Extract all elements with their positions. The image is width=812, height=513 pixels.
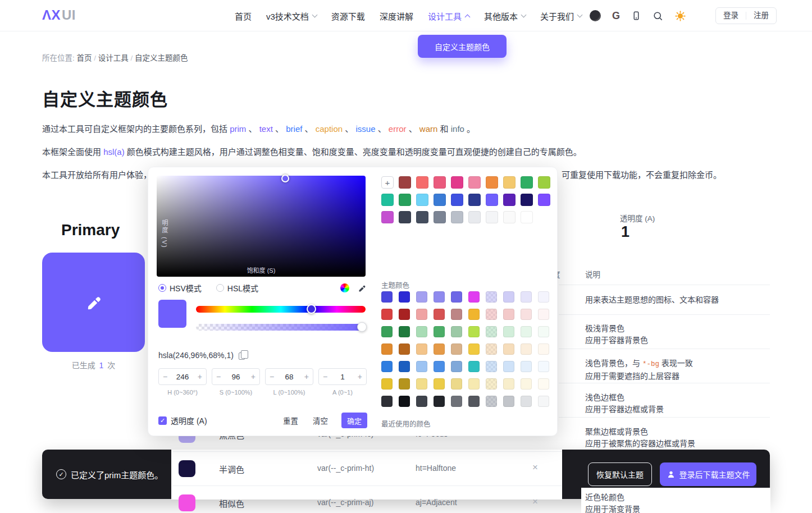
theme-color-swatch[interactable]: [503, 309, 514, 320]
color-swatch[interactable]: [434, 176, 446, 189]
theme-color-swatch[interactable]: [521, 309, 532, 320]
color-swatch[interactable]: [416, 176, 428, 189]
color-swatch[interactable]: [434, 211, 446, 223]
theme-color-swatch[interactable]: [399, 361, 410, 372]
color-swatch[interactable]: [399, 211, 411, 223]
theme-color-swatch[interactable]: [381, 309, 393, 320]
theme-color-swatch[interactable]: [503, 378, 514, 390]
remove-row-button[interactable]: ×: [532, 496, 538, 507]
theme-color-swatch[interactable]: [416, 326, 427, 337]
decrement-button[interactable]: −: [270, 372, 274, 381]
color-swatch[interactable]: [381, 194, 394, 206]
theme-color-swatch[interactable]: [451, 309, 462, 320]
theme-color-swatch[interactable]: [434, 309, 445, 320]
theme-color-swatch[interactable]: [521, 326, 532, 337]
breadcrumb-item[interactable]: 设计工具: [98, 54, 129, 62]
theme-color-swatch[interactable]: [486, 361, 497, 372]
color-swatch[interactable]: [399, 176, 411, 189]
alpha-slider[interactable]: [196, 324, 366, 331]
color-swatch[interactable]: [503, 211, 516, 223]
color-swatch[interactable]: [486, 176, 498, 189]
increment-button[interactable]: +: [198, 372, 202, 381]
theme-color-swatch[interactable]: [521, 361, 532, 372]
theme-color-swatch[interactable]: [521, 378, 532, 390]
theme-color-swatch[interactable]: [381, 326, 393, 337]
theme-color-swatch[interactable]: [451, 326, 462, 337]
color-swatch[interactable]: [416, 194, 428, 206]
nav-v3-docs[interactable]: v3技术文档: [266, 10, 317, 22]
hue-handle[interactable]: [307, 304, 316, 314]
theme-color-swatch[interactable]: [399, 343, 410, 355]
theme-color-swatch[interactable]: [468, 396, 480, 407]
theme-color-swatch[interactable]: [451, 361, 462, 372]
nav-home[interactable]: 首页: [235, 10, 252, 22]
theme-color-swatch[interactable]: [434, 378, 445, 390]
theme-color-swatch[interactable]: [486, 378, 497, 390]
theme-color-swatch[interactable]: [503, 343, 514, 355]
theme-color-swatch[interactable]: [538, 396, 549, 407]
color-series-tag-caption[interactable]: caption: [316, 124, 343, 134]
color-series-tag-issue[interactable]: issue: [355, 124, 375, 134]
nav-other-versions[interactable]: 其他版本: [484, 10, 526, 22]
theme-color-swatch[interactable]: [416, 343, 427, 355]
theme-color-swatch[interactable]: [381, 291, 393, 303]
theme-color-swatch[interactable]: [521, 291, 532, 303]
confirm-button[interactable]: 确定: [341, 413, 367, 428]
reset-button[interactable]: 重置: [283, 415, 298, 426]
login-button[interactable]: 登录: [716, 8, 746, 24]
color-series-tag-error[interactable]: error: [389, 124, 407, 134]
color-swatch[interactable]: [503, 176, 516, 189]
color-swatch[interactable]: [503, 194, 516, 206]
hsl-mode-radio[interactable]: HSL模式: [216, 282, 258, 294]
eyedropper-tool-icon[interactable]: [358, 284, 366, 292]
clear-button[interactable]: 清空: [313, 415, 328, 426]
theme-color-swatch[interactable]: [434, 396, 445, 407]
theme-color-swatch[interactable]: [486, 291, 497, 303]
sv-handle[interactable]: [281, 175, 289, 182]
mobile-icon[interactable]: [631, 11, 641, 21]
color-swatch[interactable]: [468, 211, 481, 223]
theme-color-swatch[interactable]: [503, 361, 514, 372]
decrement-button[interactable]: −: [163, 372, 167, 381]
color-series-tag-prim[interactable]: prim: [230, 124, 246, 134]
breadcrumb-item[interactable]: 首页: [77, 54, 92, 62]
theme-color-swatch[interactable]: [399, 291, 410, 303]
alpha-handle[interactable]: [357, 322, 367, 332]
theme-color-swatch[interactable]: [451, 396, 462, 407]
color-swatch[interactable]: [468, 176, 481, 189]
hsl-link[interactable]: hsl(a): [103, 147, 125, 157]
color-swatch[interactable]: [468, 194, 481, 206]
theme-color-swatch[interactable]: [538, 378, 549, 390]
color-series-tag-brief[interactable]: brief: [286, 124, 302, 134]
theme-color-swatch[interactable]: [381, 378, 393, 390]
theme-color-swatch[interactable]: [434, 326, 445, 337]
theme-color-swatch[interactable]: [468, 343, 480, 355]
theme-color-swatch[interactable]: [468, 361, 480, 372]
theme-color-swatch[interactable]: [486, 309, 497, 320]
nav-design-tools[interactable]: 设计工具: [428, 10, 469, 22]
theme-color-swatch[interactable]: [521, 343, 532, 355]
theme-color-swatch[interactable]: [399, 378, 410, 390]
theme-color-swatch[interactable]: [416, 309, 427, 320]
theme-color-swatch[interactable]: [381, 343, 393, 355]
add-color-button[interactable]: +: [381, 176, 394, 189]
nav-deep-dive[interactable]: 深度讲解: [380, 10, 413, 22]
theme-color-swatch[interactable]: [503, 291, 514, 303]
theme-color-swatch[interactable]: [503, 326, 514, 337]
color-swatch[interactable]: [416, 211, 428, 223]
color-series-tag-warn[interactable]: warn: [419, 124, 438, 134]
theme-color-swatch[interactable]: [434, 361, 445, 372]
color-swatch[interactable]: [538, 176, 550, 189]
copy-icon[interactable]: [239, 352, 245, 360]
theme-color-swatch[interactable]: [486, 326, 497, 337]
color-swatch[interactable]: [486, 211, 498, 223]
color-swatch[interactable]: [521, 176, 533, 189]
theme-color-swatch[interactable]: [416, 396, 427, 407]
color-swatch[interactable]: [399, 194, 411, 206]
color-wheel-icon[interactable]: [340, 283, 349, 292]
gitee-icon[interactable]: G: [612, 10, 620, 22]
color-swatch[interactable]: [381, 211, 394, 223]
theme-color-swatch[interactable]: [434, 343, 445, 355]
color-swatch[interactable]: [486, 194, 498, 206]
remove-row-button[interactable]: ×: [532, 462, 538, 473]
